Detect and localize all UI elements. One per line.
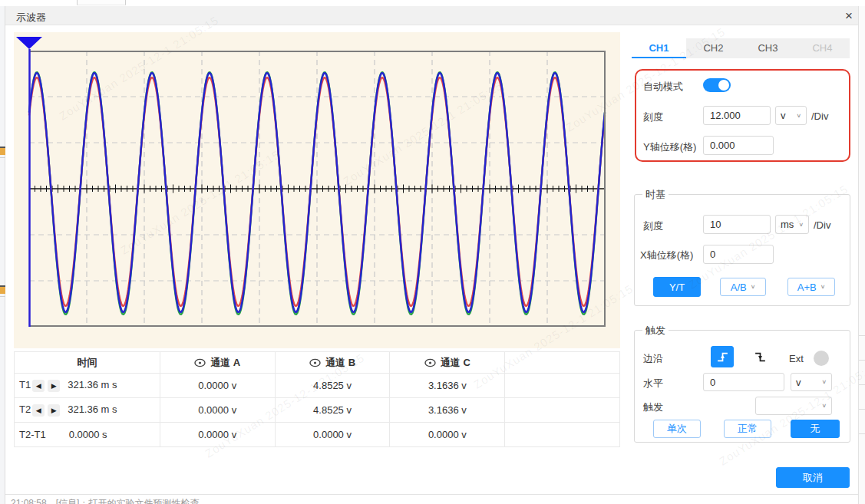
value-cell: 4.8525 v [275,374,390,398]
trigger-label: 触发 [643,400,663,414]
tb-scale-unit-select[interactable]: ms∨ [775,215,809,234]
value-cell: 0.0000 v [390,423,505,447]
ab-mode-select[interactable]: A/B∨ [720,278,766,296]
yt-mode-button[interactable]: Y/T [653,277,701,297]
ab-label: A/B [731,282,747,293]
ext-indicator[interactable] [814,351,829,366]
background-right-strip [858,6,865,504]
cursor-left-arrow-button[interactable]: ◀ [32,380,45,392]
x-offset-label: X轴位移(格) [640,249,693,262]
chevron-down-icon: ∨ [796,113,801,119]
rising-edge-button[interactable] [711,346,734,367]
divider [859,360,865,361]
level-unit-select[interactable]: v∨ [791,373,832,391]
eye-icon[interactable] [309,358,321,367]
apb-label: A+B [797,282,817,293]
background-top-strip [0,0,865,6]
value-cell: 0.0000 v [160,423,275,447]
dialog-title: 示波器 [16,11,46,25]
falling-edge-icon [754,351,767,364]
chevron-down-icon: ∨ [820,284,826,290]
background-left-strip [0,6,5,504]
oscilloscope-display[interactable] [14,32,620,348]
chevron-down-icon: ∨ [798,222,804,228]
selected-unit: v [781,110,786,121]
table-row-t2-t1: T2-T10.0000 s 0.0000 v 0.0000 v 0.0000 v [15,423,620,447]
timebase-legend: 时基 [642,188,669,202]
divider [0,296,5,297]
col-header-time: 时间 [15,352,160,374]
per-div-label: /Div [811,110,828,122]
empty-cell [505,423,620,447]
falling-edge-button[interactable] [749,346,771,367]
edge-label: 边沿 [643,352,663,366]
x-offset-input[interactable] [703,245,774,264]
value-cell: 0.0000 v [160,398,275,423]
eye-icon[interactable] [424,358,436,367]
tab-ch3[interactable]: CH3 [741,38,795,58]
waveform-canvas[interactable] [14,32,620,348]
apb-mode-select[interactable]: A+B∨ [787,278,835,296]
selected-unit: ms [781,219,794,230]
normal-trigger-button[interactable]: 正常 [724,420,771,438]
trigger-position-marker[interactable] [16,37,42,49]
y-offset-input[interactable] [703,136,774,155]
tab-ch1[interactable]: CH1 [632,38,686,58]
level-label: 水平 [643,377,663,390]
close-icon[interactable]: × [840,8,857,25]
col-label: 通道 B [325,357,355,368]
cursor-left-arrow-button[interactable]: ◀ [32,404,45,417]
col-header-extra [505,352,620,374]
divider [0,157,5,158]
y-offset-label: Y轴位移(格) [643,140,696,154]
auto-mode-toggle[interactable] [703,78,731,92]
level-input[interactable] [703,373,784,391]
oscilloscope-dialog: 示波器 × 时间 通道 A 通道 B 通道 C T1◀▶321.36 m s 0… [0,0,865,504]
value-cell: 3.1636 v [390,398,505,423]
value-cell: 0.0000 v [275,423,390,447]
single-trigger-button[interactable]: 单次 [653,420,701,438]
tab-ch4[interactable]: CH4 [795,38,850,58]
no-trigger-button[interactable]: 无 [791,420,840,438]
value-cell: 3.1636 v [390,374,505,398]
table-row-t1: T1◀▶321.36 m s 0.0000 v 4.8525 v 3.1636 … [15,374,620,398]
measurement-table: 时间 通道 A 通道 B 通道 C T1◀▶321.36 m s 0.0000 … [14,351,620,447]
empty-cell [505,374,620,398]
tb-scale-label: 刻度 [643,219,663,233]
cursor-time-value: 321.36 m s [68,404,117,415]
cursor-right-arrow-button[interactable]: ▶ [48,404,60,417]
value-cell: 4.8525 v [275,398,390,423]
trigger-source-select[interactable]: ∨ [755,397,832,415]
rising-edge-icon [716,351,729,364]
ch-scale-unit-select[interactable]: v∨ [775,106,807,125]
tab-ch2[interactable]: CH2 [686,38,741,58]
col-header-channel-c[interactable]: 通道 C [390,352,505,374]
ch-scale-input[interactable] [703,106,771,125]
cancel-button[interactable]: 取消 [776,467,850,488]
tb-scale-input[interactable] [703,215,771,234]
value-cell: 0.0000 v [160,374,275,398]
chevron-down-icon: ∨ [751,284,756,290]
table-header-row: 时间 通道 A 通道 B 通道 C [15,352,620,374]
cursor-label: T2-T1 [19,429,46,440]
cursor-label: T1 [19,379,31,390]
cursor-time-value: 0.0000 s [69,429,107,440]
col-header-channel-a[interactable]: 通道 A [160,352,275,374]
background-tab-fragment [77,0,126,5]
toggle-knob [718,80,729,91]
eye-icon[interactable] [194,358,206,367]
col-label: 通道 A [210,357,240,368]
cursor-right-arrow-button[interactable]: ▶ [48,380,60,392]
col-label: 通道 C [441,357,470,368]
trigger-legend: 触发 [642,324,669,338]
background-icon-fragment [0,285,5,294]
divider [859,384,865,385]
ch-scale-label: 刻度 [643,110,663,124]
chevron-down-icon: ∨ [821,403,827,409]
chevron-down-icon: ∨ [821,379,827,385]
background-log-text: 21:08:58 [信息]：打开的实验文件预测性检查。 [11,497,208,504]
dialog-titlebar [5,6,858,25]
auto-mode-label: 自动模式 [643,80,683,94]
col-header-channel-b[interactable]: 通道 B [275,352,390,374]
empty-cell [505,398,620,423]
